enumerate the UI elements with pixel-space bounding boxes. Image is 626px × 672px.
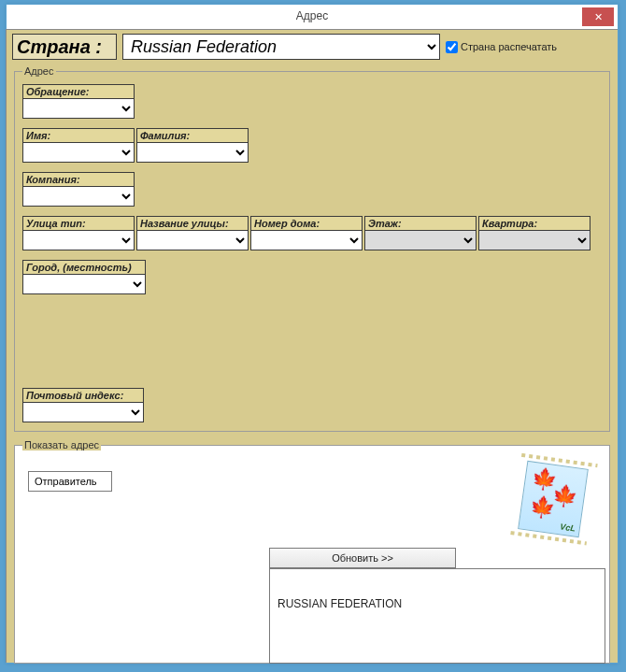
first-name-label: Имя: xyxy=(23,129,134,143)
address-fieldset: Адрес Обращение: Имя: Фамилия: xyxy=(14,65,610,432)
leaf-icon: 🍁 xyxy=(528,494,556,522)
postal-field: Почтовый индекс: xyxy=(22,388,144,422)
sender-box[interactable]: Отправитель xyxy=(28,471,112,492)
salutation-label: Обращение: xyxy=(23,85,134,99)
first-name-field: Имя: xyxy=(22,128,135,163)
address-legend: Адрес xyxy=(22,65,56,77)
last-name-label: Фамилия: xyxy=(137,129,248,143)
preview-text: RUSSIAN FEDERATION xyxy=(277,597,597,610)
address-dialog: Адрес ✕ Страна : Russian Federation Стра… xyxy=(6,4,619,664)
company-select[interactable] xyxy=(23,187,134,206)
postal-label: Почтовый индекс: xyxy=(23,389,143,403)
floor-field: Этаж: xyxy=(364,216,477,250)
apartment-select[interactable] xyxy=(479,231,590,250)
country-row: Страна : Russian Federation Страна распе… xyxy=(12,34,612,60)
country-label: Страна : xyxy=(12,34,117,60)
salutation-field: Обращение: xyxy=(22,84,135,119)
show-address-legend: Показать адрес xyxy=(22,439,101,450)
refresh-button[interactable]: Обновить >> xyxy=(269,548,456,568)
apartment-field: Квартира: xyxy=(478,216,590,250)
street-name-select[interactable] xyxy=(137,231,248,250)
city-select[interactable] xyxy=(23,275,145,293)
country-select[interactable]: Russian Federation xyxy=(122,34,440,60)
house-no-select[interactable] xyxy=(251,231,362,250)
show-address-fieldset: Показать адрес Отправитель 🍁 🍁 🍁 VcL Обн… xyxy=(14,439,610,664)
salutation-select[interactable] xyxy=(23,99,134,118)
country-print-label: Страна распечатать xyxy=(461,41,557,52)
street-type-field: Улица тип: xyxy=(22,216,135,250)
floor-label: Этаж: xyxy=(365,217,476,231)
company-label: Компания: xyxy=(23,173,134,187)
title-bar: Адрес ✕ xyxy=(7,5,618,29)
house-no-label: Номер дома: xyxy=(251,217,362,231)
close-icon: ✕ xyxy=(594,11,603,22)
house-no-field: Номер дома: xyxy=(250,216,363,250)
street-type-label: Улица тип: xyxy=(23,217,134,231)
last-name-select[interactable] xyxy=(137,143,248,162)
street-name-field: Название улицы: xyxy=(136,216,249,250)
company-field: Компания: xyxy=(22,172,135,207)
country-print-wrap[interactable]: Страна распечатать xyxy=(446,34,557,60)
first-name-select[interactable] xyxy=(23,143,134,162)
apartment-label: Квартира: xyxy=(479,217,590,231)
country-print-checkbox[interactable] xyxy=(446,41,458,53)
street-type-select[interactable] xyxy=(23,231,134,250)
dialog-content: Страна : Russian Federation Страна распе… xyxy=(6,29,618,663)
address-preview: RUSSIAN FEDERATION xyxy=(269,568,605,664)
last-name-field: Фамилия: xyxy=(136,128,249,163)
postal-select[interactable] xyxy=(23,403,143,422)
window-title: Адрес xyxy=(296,9,328,22)
street-name-label: Название улицы: xyxy=(137,217,248,231)
stamp-label: VcL xyxy=(560,522,576,533)
postage-stamp: 🍁 🍁 🍁 VcL xyxy=(513,455,594,543)
city-field: Город, (местность) xyxy=(22,260,146,294)
city-label: Город, (местность) xyxy=(23,261,145,275)
floor-select[interactable] xyxy=(365,231,476,250)
close-button[interactable]: ✕ xyxy=(582,7,614,26)
